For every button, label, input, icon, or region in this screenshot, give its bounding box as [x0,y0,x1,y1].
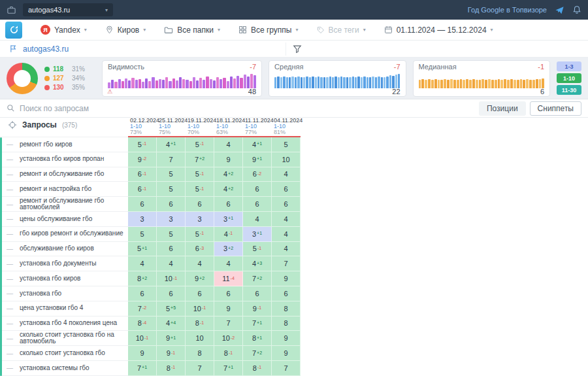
query-cell[interactable]: —ремонт и обслуживание гбо автомобилей [0,197,128,212]
position-cell[interactable]: 6 [128,197,157,212]
position-cell[interactable]: 3+2 [214,242,243,257]
tab-snippets[interactable]: Сниппеты [530,101,581,116]
query-cell[interactable]: —установка системы гбо [0,361,128,376]
date-range-selector[interactable]: 01.11.2024 — 15.12.2024 ▾ [384,26,493,35]
tags-selector[interactable]: Все теги ▾ [317,26,366,35]
position-cell[interactable]: 5 [128,227,157,242]
position-cell[interactable]: 6 [186,197,214,212]
row-handle[interactable]: — [0,260,20,267]
bell-icon[interactable] [572,5,581,14]
position-cell[interactable]: 6 [186,286,214,301]
position-cell[interactable]: 8-4 [128,316,157,332]
query-cell[interactable]: —установка гбо киров [0,271,128,286]
row-handle[interactable]: — [0,245,20,252]
top-badge-1-3[interactable]: 1-3 [557,61,581,71]
position-cell[interactable]: 7+1 [243,316,272,332]
promo-link[interactable]: Год Google в Топвизоре [468,6,547,14]
position-cell[interactable]: 5 [157,182,186,197]
position-cell[interactable]: 11-4 [214,271,243,286]
row-handle[interactable]: — [0,156,20,163]
position-cell[interactable]: 4 [157,256,186,271]
position-cell[interactable]: 5-1 [186,182,214,197]
position-cell[interactable]: 7 [214,316,243,332]
position-cell[interactable]: 7+1 [214,361,243,376]
position-cell[interactable]: 4 [272,167,301,182]
position-cell[interactable]: 8+1 [243,331,272,346]
position-cell[interactable]: 5-1 [243,242,272,257]
row-handle[interactable]: — [0,350,20,357]
row-handle[interactable]: — [0,320,20,327]
position-cell[interactable]: 4 [272,212,301,227]
position-cell[interactable]: 7 [157,152,186,167]
position-cell[interactable]: 6 [243,197,272,212]
position-cell[interactable]: 5-1 [186,137,214,152]
column-header[interactable]: 18.11.20241-1063% [214,117,243,136]
position-cell[interactable]: 6-1 [128,167,157,182]
position-cell[interactable]: 6-1 [128,182,157,197]
query-cell[interactable]: —установка гбо документы [0,256,128,271]
position-cell[interactable]: 6-2 [243,167,272,182]
refresh-button[interactable] [5,22,22,39]
position-cell[interactable]: 4 [272,227,301,242]
position-cell[interactable]: 9 [272,331,301,346]
position-cell[interactable]: 10 [272,152,301,167]
query-cell[interactable]: —установка гбо киров пропан [0,152,128,167]
row-handle[interactable]: — [0,364,20,371]
position-cell[interactable]: 6 [272,197,301,212]
position-cell[interactable]: 10-2 [214,331,243,346]
position-cell[interactable]: 8+2 [128,271,157,286]
position-cell[interactable]: 9-1 [157,346,186,361]
column-header[interactable]: 25.11.20241-1075% [157,117,186,136]
position-cell[interactable]: 9 [214,152,243,167]
position-cell[interactable]: 4+1 [243,137,272,152]
groups-selector[interactable]: Все группы ▾ [238,26,299,35]
row-handle[interactable]: — [0,290,20,297]
position-cell[interactable]: 6 [157,242,186,257]
telegram-icon[interactable] [555,5,564,15]
position-cell[interactable]: 3+1 [214,212,243,227]
region-selector[interactable]: Киров ▾ [105,26,146,35]
position-cell[interactable]: 7+2 [243,346,272,361]
column-header[interactable]: 19.11.20241-1070% [186,117,214,136]
position-cell[interactable]: 8 [186,346,214,361]
funnel-filter-icon[interactable] [293,44,302,54]
position-cell[interactable]: 5 [157,167,186,182]
position-cell[interactable]: 7-2 [128,301,157,316]
query-cell[interactable]: —установка гбо 4 поколения цена [0,316,128,332]
position-cell[interactable]: 5 [272,137,301,152]
top-badge-11-30[interactable]: 11-30 [557,85,581,95]
position-cell[interactable]: 9 [272,346,301,361]
position-cell[interactable]: 5 [157,227,186,242]
position-cell[interactable]: 10-1 [157,271,186,286]
position-cell[interactable]: 4+2 [214,182,243,197]
query-cell[interactable]: —цена установки гбо 4 [0,301,128,316]
query-cell[interactable]: —ремонт и настройка гбо [0,182,128,197]
position-cell[interactable]: 4 [272,242,301,257]
tab-positions[interactable]: Позиции [479,101,526,116]
position-cell[interactable]: 7 [272,256,301,271]
position-cell[interactable]: 9 [214,301,243,316]
position-cell[interactable]: 4 [128,256,157,271]
query-cell[interactable]: —установка гбо [0,286,128,301]
project-selector[interactable]: autogas43.ru ▾ [23,3,113,16]
column-header[interactable]: 02.12.20241-1073% [128,117,157,136]
position-cell[interactable]: 10 [186,331,214,346]
target-icon[interactable] [8,120,17,129]
position-cell[interactable]: 3 [157,212,186,227]
position-cell[interactable]: 8 [272,316,301,332]
visibility-card[interactable]: Видимость -7 ⚠ 48 [102,60,262,97]
row-handle[interactable]: — [0,186,20,193]
position-cell[interactable]: 6 [214,197,243,212]
position-cell[interactable]: 3+1 [243,227,272,242]
position-cell[interactable]: 9+1 [157,331,186,346]
query-cell[interactable]: —обслуживание гбо киров [0,242,128,257]
query-cell[interactable]: —сколько стоит установка гбо [0,346,128,361]
position-cell[interactable]: 4+1 [157,137,186,152]
left-scrollbar[interactable] [0,137,2,376]
row-handle[interactable]: — [0,335,20,342]
row-handle[interactable]: — [0,171,20,178]
position-cell[interactable]: 8-1 [214,346,243,361]
position-cell[interactable]: 7+2 [186,152,214,167]
position-cell[interactable]: 4 [214,137,243,152]
domain-filter[interactable]: autogas43.ru [7,43,286,56]
